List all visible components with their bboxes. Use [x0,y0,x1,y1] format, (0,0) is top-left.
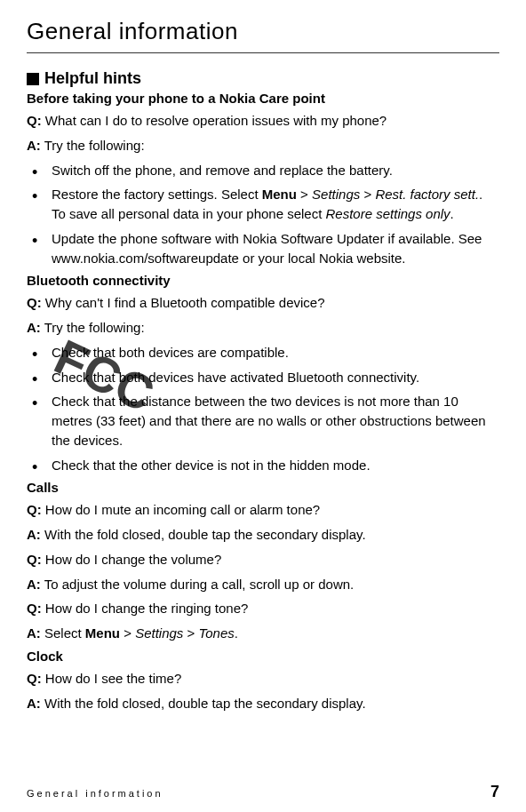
q1-text: What can I do to resolve operation issue… [42,113,387,128]
a1-text: Try the following: [41,138,145,153]
q-label: Q: [27,552,42,567]
q5: Q: How do I change the ringing tone? [27,599,499,618]
q6: Q: How do I see the time? [27,669,499,689]
q2: Q: Why can't I find a Bluetooth compatib… [27,293,499,313]
list-item: Check that both devices have activated B… [41,368,499,387]
a3-text: With the fold closed, double tap the sec… [41,527,366,542]
a2-text: Try the following: [41,320,145,335]
list-item: Check that the other device is not in th… [41,456,499,475]
sub-calls: Calls [27,480,499,495]
page-title: General information [27,18,499,53]
sub-bluetooth: Bluetooth connectivity [27,273,499,288]
a1: A: Try the following: [27,136,499,155]
q6-text: How do I see the time? [42,671,182,686]
list-item: Switch off the phone, and remove and rep… [41,161,499,180]
sub-before-care: Before taking your phone to a Nokia Care… [27,91,499,106]
list-item: Restore the factory settings. Select Men… [41,185,499,224]
q-label: Q: [27,295,42,310]
a6-text: With the fold closed, double tap the sec… [41,696,366,711]
section-heading: Helpful hints [44,69,141,88]
a2: A: Try the following: [27,318,499,338]
a4-text: To adjust the volume during a call, scro… [41,577,354,592]
footer-label: General information [27,788,163,799]
a-label: A: [27,320,41,335]
a-label: A: [27,625,41,641]
square-bullet-icon [27,73,39,85]
q4-text: How do I change the volume? [42,552,222,567]
footer: General information 7 [27,783,499,801]
list-item: Check that both devices are compatible. [41,343,499,362]
bullets2: Check that both devices are compatible. … [27,343,499,475]
a4: A: To adjust the volume during a call, s… [27,575,499,594]
q-label: Q: [27,502,42,517]
q1: Q: What can I do to resolve operation is… [27,111,499,131]
a3: A: With the fold closed, double tap the … [27,525,499,545]
a5: A: Select Menu > Settings > Tones. [27,624,499,643]
q2-text: Why can't I find a Bluetooth compatible … [42,295,325,310]
q4: Q: How do I change the volume? [27,550,499,569]
q-label: Q: [27,601,42,616]
list-item: Check that the distance between the two … [41,392,499,450]
q-label: Q: [27,671,42,686]
q-label: Q: [27,113,42,128]
bullets1: Switch off the phone, and remove and rep… [27,161,499,268]
q5-text: How do I change the ringing tone? [42,601,249,616]
a5-text: Select [41,625,85,641]
sub-clock: Clock [27,649,499,664]
list-item: Update the phone software with Nokia Sof… [41,229,499,268]
page-number: 7 [490,783,499,801]
a6: A: With the fold closed, double tap the … [27,694,499,713]
a-label: A: [27,138,41,153]
q3: Q: How do I mute an incoming call or ala… [27,500,499,520]
a-label: A: [27,527,41,542]
a-label: A: [27,577,41,592]
a-label: A: [27,696,41,711]
section-heading-row: Helpful hints [27,69,499,88]
q3-text: How do I mute an incoming call or alarm … [42,502,320,517]
